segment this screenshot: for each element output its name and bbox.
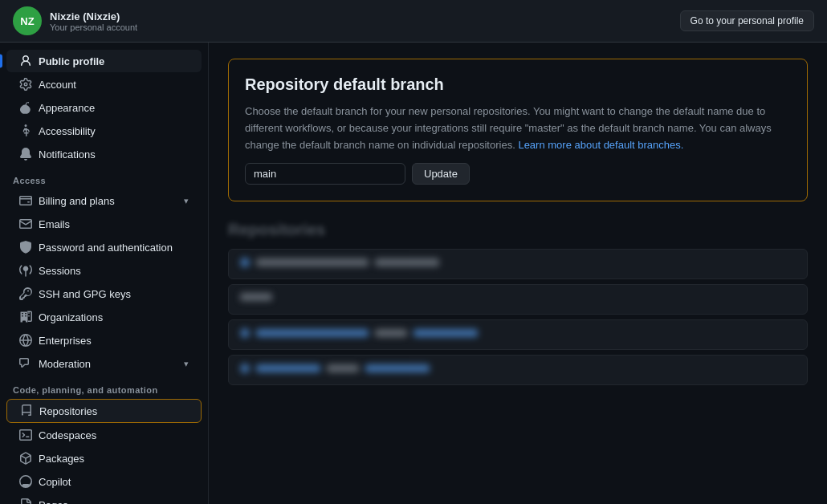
sidebar-item-label: Packages	[39, 453, 189, 465]
top-header: NZ Nixzie (Nixzie) Your personal account…	[0, 0, 827, 43]
sidebar-item-label: Billing and plans	[39, 195, 177, 207]
sidebar-item-label: Codespaces	[39, 429, 189, 441]
branch-input-row: Update	[245, 163, 791, 185]
sidebar-item-ssh-gpg[interactable]: SSH and GPG keys	[6, 282, 202, 305]
avatar: NZ	[13, 6, 42, 35]
user-text: Nixzie (Nixzie) Your personal account	[50, 10, 137, 32]
sidebar-item-label: Repositories	[39, 405, 188, 417]
repos-section-title: Repositories	[228, 221, 808, 239]
username: Nixzie (Nixzie)	[50, 10, 137, 22]
update-button[interactable]: Update	[412, 163, 470, 185]
main-content: Repository default branch Choose the def…	[209, 43, 827, 504]
branch-box-title: Repository default branch	[245, 75, 791, 94]
sidebar-item-label: Notifications	[39, 148, 189, 161]
globe-icon	[19, 334, 32, 347]
accessibility-icon	[19, 124, 32, 137]
chevron-down-icon: ▾	[184, 196, 189, 206]
user-info: NZ Nixzie (Nixzie) Your personal account	[13, 6, 137, 35]
sidebar-item-repositories[interactable]: Repositories	[6, 399, 202, 423]
key-icon	[19, 287, 32, 300]
sidebar-item-label: Organizations	[39, 311, 189, 323]
sidebar-item-label: Copilot	[39, 476, 189, 488]
pages-icon	[19, 498, 32, 504]
sidebar-item-billing[interactable]: Billing and plans ▾	[6, 189, 202, 212]
account-subtitle: Your personal account	[50, 22, 137, 32]
sidebar-item-organizations[interactable]: Organizations	[6, 306, 202, 328]
access-section-label: Access	[0, 166, 208, 189]
table-row	[228, 319, 808, 350]
package-icon	[19, 452, 32, 465]
mail-icon	[19, 217, 32, 230]
codespace-icon	[19, 429, 32, 441]
copilot-icon	[19, 475, 32, 488]
gear-icon	[19, 78, 32, 91]
credit-card-icon	[19, 194, 32, 207]
automation-section-label: Code, planning, and automation	[0, 376, 208, 398]
branch-box: Repository default branch Choose the def…	[228, 59, 808, 201]
sidebar-item-copilot[interactable]: Copilot	[6, 470, 202, 493]
org-icon	[19, 311, 32, 323]
broadcast-icon	[19, 264, 32, 277]
repos-section: Repositories	[228, 221, 808, 385]
sidebar-item-label: Accessibility	[39, 125, 189, 137]
sidebar-item-account[interactable]: Account	[6, 73, 202, 96]
sidebar-item-sessions[interactable]: Sessions	[6, 259, 202, 282]
sidebar-item-password-auth[interactable]: Password and authentication	[6, 236, 202, 258]
go-to-profile-button[interactable]: Go to your personal profile	[680, 10, 814, 31]
sidebar-item-label: Public profile	[39, 55, 189, 67]
sidebar-item-pages[interactable]: Pages	[6, 494, 202, 504]
comment-icon	[19, 357, 32, 370]
branch-box-description: Choose the default branch for your new p…	[245, 104, 791, 153]
sidebar-item-label: Password and authentication	[39, 242, 189, 254]
sidebar-item-codespaces[interactable]: Codespaces	[6, 424, 202, 446]
layout: Public profile Account Appearance	[0, 43, 827, 504]
sidebar-item-moderation[interactable]: Moderation ▾	[6, 352, 202, 375]
table-row	[228, 355, 808, 385]
chevron-down-icon: ▾	[184, 359, 189, 369]
sidebar-item-accessibility[interactable]: Accessibility	[6, 120, 202, 142]
table-row	[228, 284, 808, 315]
sidebar-item-emails[interactable]: Emails	[6, 213, 202, 235]
learn-more-link[interactable]: Learn more about default branches.	[518, 139, 683, 151]
sidebar-item-enterprises[interactable]: Enterprises	[6, 329, 202, 352]
sidebar-item-label: SSH and GPG keys	[39, 288, 189, 300]
sidebar-item-label: Moderation	[39, 358, 177, 370]
shield-icon	[19, 241, 32, 254]
sidebar-item-label: Account	[39, 79, 189, 91]
branch-input[interactable]	[245, 163, 405, 185]
sidebar-item-appearance[interactable]: Appearance	[6, 96, 202, 119]
sidebar-item-label: Emails	[39, 218, 189, 230]
sidebar-item-packages[interactable]: Packages	[6, 447, 202, 469]
bell-icon	[19, 148, 32, 161]
sidebar-item-label: Sessions	[39, 265, 189, 277]
paintbrush-icon	[19, 101, 32, 114]
table-row	[228, 249, 808, 279]
repo-icon	[20, 404, 33, 417]
sidebar-item-public-profile[interactable]: Public profile	[6, 50, 202, 72]
sidebar-item-notifications[interactable]: Notifications	[6, 143, 202, 165]
sidebar-item-label: Enterprises	[39, 335, 189, 347]
person-icon	[19, 55, 32, 67]
sidebar: Public profile Account Appearance	[0, 43, 209, 504]
sidebar-item-label: Appearance	[39, 102, 189, 114]
sidebar-item-label: Pages	[39, 499, 189, 505]
